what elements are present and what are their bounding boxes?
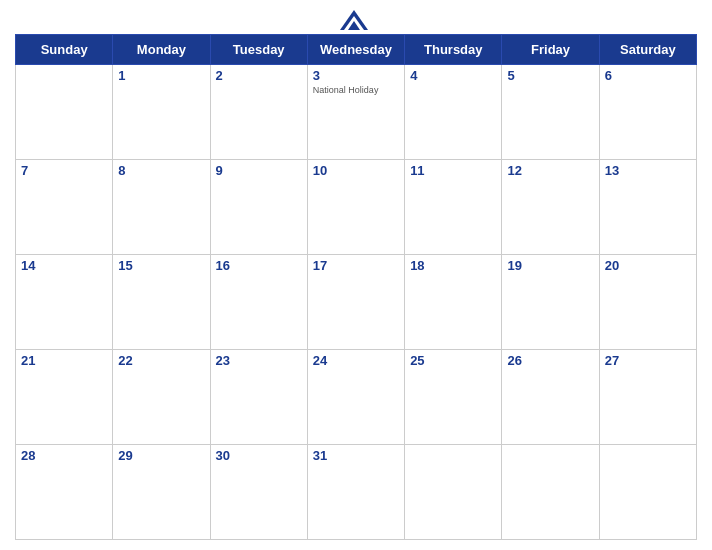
weekday-header-saturday: Saturday	[599, 35, 696, 65]
week-row-5: 28293031	[16, 445, 697, 540]
calendar-table: SundayMondayTuesdayWednesdayThursdayFrid…	[15, 34, 697, 540]
calendar-cell: 6	[599, 65, 696, 160]
day-number: 18	[410, 258, 496, 273]
calendar-cell: 21	[16, 350, 113, 445]
day-number: 4	[410, 68, 496, 83]
day-number: 21	[21, 353, 107, 368]
week-row-4: 21222324252627	[16, 350, 697, 445]
weekday-header-friday: Friday	[502, 35, 599, 65]
days-of-week-row: SundayMondayTuesdayWednesdayThursdayFrid…	[16, 35, 697, 65]
day-number: 20	[605, 258, 691, 273]
weekday-header-wednesday: Wednesday	[307, 35, 404, 65]
day-number: 1	[118, 68, 204, 83]
holiday-label: National Holiday	[313, 85, 399, 95]
weekday-header-tuesday: Tuesday	[210, 35, 307, 65]
calendar-cell: 3National Holiday	[307, 65, 404, 160]
weekday-header-monday: Monday	[113, 35, 210, 65]
calendar-cell: 31	[307, 445, 404, 540]
calendar-cell: 5	[502, 65, 599, 160]
week-row-2: 78910111213	[16, 160, 697, 255]
day-number: 7	[21, 163, 107, 178]
day-number: 16	[216, 258, 302, 273]
day-number: 27	[605, 353, 691, 368]
calendar-header	[15, 10, 697, 30]
calendar-cell	[502, 445, 599, 540]
day-number: 22	[118, 353, 204, 368]
calendar-cell: 12	[502, 160, 599, 255]
calendar-cell: 19	[502, 255, 599, 350]
day-number: 30	[216, 448, 302, 463]
day-number: 25	[410, 353, 496, 368]
calendar-cell: 23	[210, 350, 307, 445]
logo	[340, 10, 372, 30]
calendar-cell: 20	[599, 255, 696, 350]
calendar-cell: 2	[210, 65, 307, 160]
calendar-cell: 24	[307, 350, 404, 445]
calendar-cell: 17	[307, 255, 404, 350]
calendar-cell: 4	[405, 65, 502, 160]
calendar-cell: 10	[307, 160, 404, 255]
calendar-cell: 11	[405, 160, 502, 255]
day-number: 23	[216, 353, 302, 368]
day-number: 19	[507, 258, 593, 273]
calendar-cell: 26	[502, 350, 599, 445]
day-number: 13	[605, 163, 691, 178]
calendar-cell: 29	[113, 445, 210, 540]
day-number: 28	[21, 448, 107, 463]
week-row-3: 14151617181920	[16, 255, 697, 350]
day-number: 8	[118, 163, 204, 178]
calendar-cell: 14	[16, 255, 113, 350]
calendar-cell: 18	[405, 255, 502, 350]
day-number: 12	[507, 163, 593, 178]
calendar-cell	[16, 65, 113, 160]
calendar-cell: 1	[113, 65, 210, 160]
calendar-cell: 28	[16, 445, 113, 540]
calendar-cell: 9	[210, 160, 307, 255]
calendar-cell: 13	[599, 160, 696, 255]
day-number: 6	[605, 68, 691, 83]
calendar-cell	[405, 445, 502, 540]
calendar-cell: 30	[210, 445, 307, 540]
day-number: 15	[118, 258, 204, 273]
day-number: 2	[216, 68, 302, 83]
logo-icon	[340, 10, 368, 30]
weekday-header-sunday: Sunday	[16, 35, 113, 65]
day-number: 3	[313, 68, 399, 83]
calendar-cell	[599, 445, 696, 540]
calendar-cell: 16	[210, 255, 307, 350]
day-number: 5	[507, 68, 593, 83]
day-number: 31	[313, 448, 399, 463]
week-row-1: 123National Holiday456	[16, 65, 697, 160]
day-number: 10	[313, 163, 399, 178]
day-number: 29	[118, 448, 204, 463]
day-number: 11	[410, 163, 496, 178]
day-number: 14	[21, 258, 107, 273]
day-number: 9	[216, 163, 302, 178]
weekday-header-thursday: Thursday	[405, 35, 502, 65]
calendar-cell: 7	[16, 160, 113, 255]
calendar-cell: 25	[405, 350, 502, 445]
day-number: 24	[313, 353, 399, 368]
day-number: 17	[313, 258, 399, 273]
calendar-cell: 15	[113, 255, 210, 350]
calendar-cell: 8	[113, 160, 210, 255]
calendar-cell: 22	[113, 350, 210, 445]
day-number: 26	[507, 353, 593, 368]
calendar-cell: 27	[599, 350, 696, 445]
